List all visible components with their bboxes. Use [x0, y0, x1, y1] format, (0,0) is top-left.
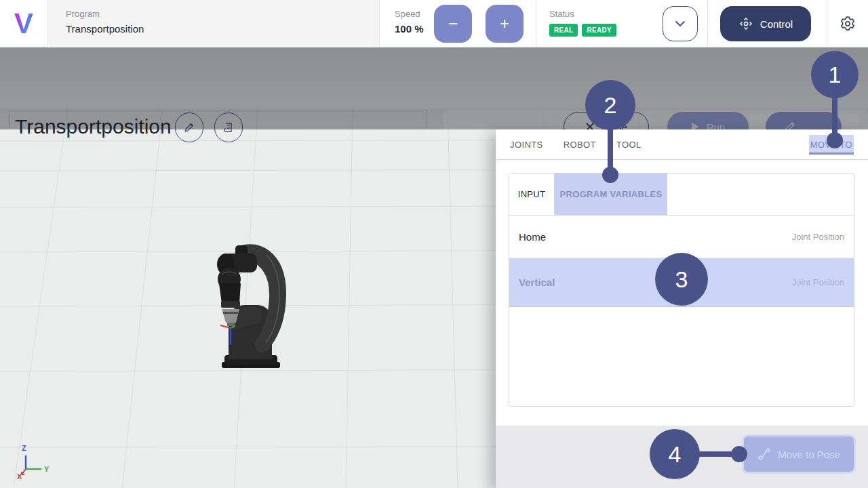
divider: [707, 0, 708, 47]
chevron-down-icon: [675, 20, 686, 27]
step-2-connector: [608, 125, 613, 173]
move-to-pose-label: Move to Pose: [778, 449, 840, 460]
step-2-badge: 2: [585, 80, 635, 130]
control-button[interactable]: Control: [720, 6, 811, 41]
pose-source-tab-bar: INPUT PROGRAM VARIABLES: [509, 174, 854, 216]
speed-value: 100 %: [395, 23, 424, 35]
minus-icon: −: [448, 14, 458, 33]
axis-label-y: Y: [44, 465, 49, 473]
speed-label: Speed: [395, 9, 424, 19]
control-label: Control: [760, 18, 793, 30]
app-logo[interactable]: V: [0, 0, 47, 47]
speed-increase-button[interactable]: +: [486, 5, 524, 43]
speed-decrease-button[interactable]: −: [434, 5, 472, 43]
move-to-pose-button[interactable]: Move to Pose: [744, 436, 854, 472]
tab-robot[interactable]: ROBOT: [562, 135, 597, 155]
tab-joints[interactable]: JOINTS: [509, 135, 545, 155]
divider: [536, 0, 536, 47]
program-section: Program Transportposition: [47, 0, 380, 47]
status-section: Status REAL READY: [549, 9, 616, 37]
logo-v-icon: V: [14, 9, 33, 38]
step-1-dot: [827, 132, 843, 148]
axis-label-z: Z: [22, 444, 26, 452]
step-4-dot: [731, 446, 747, 462]
variable-type: Joint Position: [792, 232, 844, 242]
status-label: Status: [549, 9, 616, 19]
step-2-dot: [602, 167, 618, 183]
axis-label-x: X: [17, 472, 22, 481]
settings-button[interactable]: [838, 14, 857, 33]
program-label: Program: [66, 9, 379, 19]
robot-arm: [205, 241, 290, 371]
step-3-badge: 3: [655, 253, 708, 306]
status-expand-button[interactable]: [663, 6, 698, 41]
program-name: Transportposition: [66, 23, 379, 35]
speed-section: Speed 100 %: [395, 9, 424, 35]
variable-type: Joint Position: [792, 277, 844, 287]
status-badge-ready: READY: [582, 24, 616, 37]
plus-icon: +: [500, 14, 509, 33]
variable-name: Home: [519, 231, 546, 243]
step-1-badge: 1: [811, 51, 859, 98]
gear-icon: [838, 14, 857, 33]
panel-tab-bar: JOINTS ROBOT TOOL MOVE TO: [496, 129, 868, 160]
top-bar: V Program Transportposition Speed 100 % …: [0, 0, 868, 47]
axis-triad: Z Y X: [9, 444, 57, 485]
status-badge-real: REAL: [549, 24, 578, 37]
tutorial-dim-overlay: [0, 47, 868, 129]
path-move-icon: [757, 447, 771, 461]
tab-input[interactable]: INPUT: [509, 174, 555, 215]
control-move-icon: [738, 16, 753, 31]
tab-tool[interactable]: TOOL: [615, 135, 643, 155]
variable-name: Vertical: [519, 277, 555, 288]
divider: [827, 0, 827, 47]
variable-row-home[interactable]: Home Joint Position: [509, 216, 854, 258]
step-4-badge: 4: [650, 429, 700, 479]
